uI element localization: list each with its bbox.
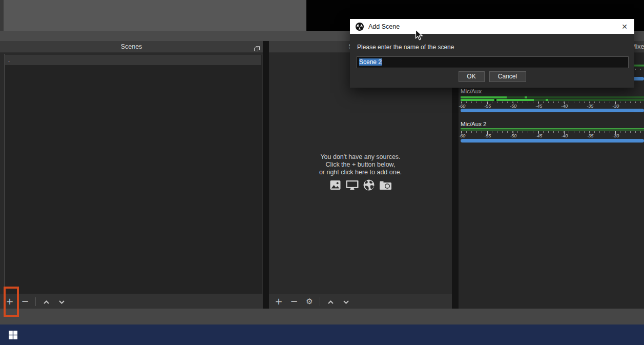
cancel-button[interactable]: Cancel <box>489 71 526 82</box>
add-scene-dialog: Add Scene ✕ Please enter the name of the… <box>350 19 634 88</box>
db-tick-label: -30 <box>612 104 619 109</box>
float-dock-icon[interactable] <box>254 44 260 50</box>
text-caret <box>382 58 382 65</box>
volume-meter <box>461 96 644 102</box>
status-bar <box>0 309 644 324</box>
sources-properties-gear-icon[interactable]: ⚙ <box>304 296 315 307</box>
dialog-titlebar[interactable]: Add Scene ✕ <box>350 19 634 34</box>
db-tick-label: -50 <box>510 133 516 138</box>
display-icon <box>345 179 359 191</box>
db-tick-label: -60 <box>459 133 465 138</box>
db-tick-label: -35 <box>587 104 593 109</box>
windows-taskbar <box>0 324 644 345</box>
db-tick-label: -40 <box>561 104 568 109</box>
obs-window: Scenes . + − Sources <box>0 0 644 345</box>
scenes-remove-button[interactable]: − <box>20 296 30 307</box>
scene-name-prompt: Please enter the name of the scene <box>357 44 454 51</box>
selected-text: Scene 2 <box>359 58 382 66</box>
sources-toolbar: + − ⚙ <box>269 294 452 309</box>
preview-display-capture <box>4 0 306 31</box>
scenes-panel: Scenes . + − <box>0 41 263 309</box>
dialog-body: Please enter the name of the scene Scene… <box>350 34 634 88</box>
scenes-move-up-button[interactable] <box>41 296 51 307</box>
ok-button[interactable]: OK <box>459 71 485 82</box>
camera-icon <box>379 179 392 191</box>
highlight-annotation <box>4 287 19 317</box>
db-tick-label: -45 <box>535 133 542 138</box>
mixer-channel: Mic/Aux 2 -60-55-50-45-40-35-30 <box>461 121 644 162</box>
mixer-channel-label: Mic/Aux 2 <box>461 121 487 127</box>
mouse-cursor <box>415 29 423 41</box>
scene-list[interactable]: . <box>4 54 262 294</box>
sources-remove-button[interactable]: − <box>289 296 299 307</box>
sources-add-button[interactable]: + <box>274 296 284 307</box>
dialog-title: Add Scene <box>368 23 400 30</box>
scene-list-item[interactable]: . <box>5 55 261 65</box>
close-icon[interactable]: ✕ <box>619 23 630 31</box>
scenes-move-down-button[interactable] <box>56 296 67 307</box>
image-icon <box>329 179 342 191</box>
preview-left-margin <box>0 0 4 31</box>
dialog-buttons: OK Cancel <box>350 71 634 82</box>
db-tick-label: -50 <box>510 104 516 109</box>
volume-meter <box>461 128 644 131</box>
obs-logo-icon <box>356 23 364 31</box>
sources-move-down-button[interactable] <box>341 296 351 307</box>
db-scale: -60-55-50-45-40-35-30 <box>461 102 644 109</box>
volume-slider[interactable] <box>461 109 644 112</box>
db-tick-label: -40 <box>561 133 568 138</box>
db-tick-label: -30 <box>612 133 619 138</box>
db-tick-label: -35 <box>587 133 593 138</box>
db-scale: -60-55-50-45-40-35-30 <box>461 131 644 139</box>
sources-move-up-button[interactable] <box>325 296 336 307</box>
windows-logo-icon <box>9 331 17 339</box>
mixer-channel-label: Mic/Aux <box>461 88 482 94</box>
db-tick-label: -55 <box>484 133 491 138</box>
source-type-icons <box>269 179 452 191</box>
volume-slider[interactable] <box>461 139 644 143</box>
db-tick-label: -60 <box>459 104 465 109</box>
db-tick-label: -45 <box>535 104 542 109</box>
toolbar-separator <box>35 297 36 306</box>
toolbar-separator <box>320 297 320 306</box>
scenes-panel-header: Scenes <box>0 41 263 53</box>
scenes-panel-title: Scenes <box>121 43 142 50</box>
db-tick-label: -55 <box>484 104 491 109</box>
scene-name-input[interactable]: Scene 2 <box>357 56 629 68</box>
globe-icon <box>363 179 375 191</box>
start-button[interactable] <box>4 324 22 345</box>
scenes-toolbar: + − <box>0 294 263 309</box>
sources-empty-message: You don't have any sources. Click the + … <box>269 153 452 176</box>
